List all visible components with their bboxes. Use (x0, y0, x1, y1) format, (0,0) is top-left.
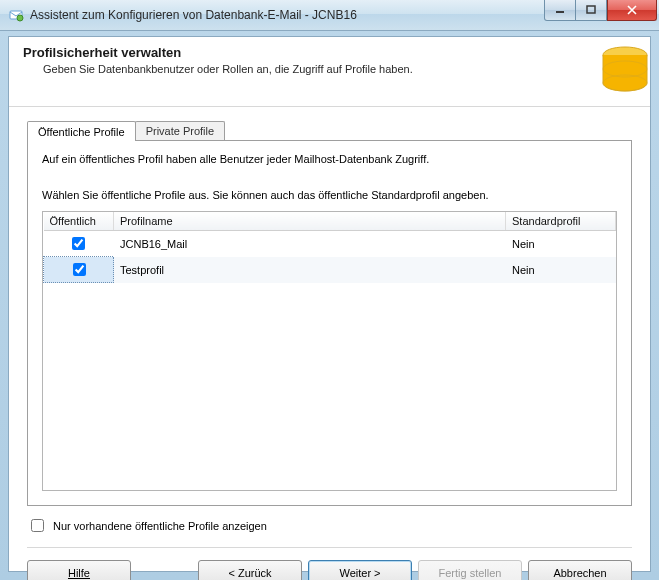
profiles-table: Öffentlich Profilname Standardprofil JCN… (43, 212, 616, 283)
maximize-icon (586, 5, 596, 15)
table-row[interactable]: Testprofil Nein (44, 257, 616, 283)
tab-label: Öffentliche Profile (38, 126, 125, 138)
window-buttons (544, 0, 659, 20)
button-label: Weiter > (339, 567, 380, 579)
back-button[interactable]: < Zurück (198, 560, 302, 580)
close-icon (626, 5, 638, 15)
public-description-2: Wählen Sie öffentliche Profile aus. Sie … (42, 189, 617, 201)
button-bar: Hilfe < Zurück Weiter > Fertig stellen A… (9, 548, 650, 580)
cell-profile-name[interactable]: Testprofil (114, 257, 506, 283)
tab-label: Private Profile (146, 125, 214, 137)
public-description-1: Auf ein öffentliches Profil haben alle B… (42, 153, 617, 165)
tabs-container: Öffentliche Profile Private Profile Auf … (9, 107, 650, 506)
col-default-profile[interactable]: Standardprofil (506, 212, 616, 231)
cell-default-profile[interactable]: Nein (506, 231, 616, 257)
col-profile-name[interactable]: Profilname (114, 212, 506, 231)
button-label: < Zurück (228, 567, 271, 579)
profiles-grid[interactable]: Öffentlich Profilname Standardprofil JCN… (42, 211, 617, 491)
maximize-button[interactable] (576, 0, 607, 21)
cell-public-checkbox (44, 257, 114, 283)
public-checkbox[interactable] (73, 263, 86, 276)
svg-rect-3 (587, 6, 595, 13)
close-button[interactable] (607, 0, 657, 21)
page-subtitle: Geben Sie Datenbankbenutzer oder Rollen … (43, 63, 636, 75)
tab-panel-public: Auf ein öffentliches Profil haben alle B… (27, 140, 632, 506)
minimize-icon (555, 5, 565, 15)
cell-public-checkbox (44, 231, 114, 257)
app-icon (8, 7, 24, 23)
titlebar: Assistent zum Konfigurieren von Datenban… (0, 0, 659, 31)
tab-public-profiles[interactable]: Öffentliche Profile (27, 121, 136, 141)
tab-private-profiles[interactable]: Private Profile (135, 121, 225, 140)
page-title: Profilsicherheit verwalten (23, 45, 636, 60)
cancel-button[interactable]: Abbrechen (528, 560, 632, 580)
window-title: Assistent zum Konfigurieren von Datenban… (30, 8, 357, 22)
wizard-client: Profilsicherheit verwalten Geben Sie Dat… (8, 36, 651, 572)
button-label: Hilfe (68, 567, 90, 579)
cell-default-profile[interactable]: Nein (506, 257, 616, 283)
button-label: Fertig stellen (439, 567, 502, 579)
database-icon (580, 37, 650, 107)
public-checkbox[interactable] (72, 237, 85, 250)
svg-rect-2 (556, 11, 564, 13)
minimize-button[interactable] (544, 0, 576, 21)
button-label: Abbrechen (553, 567, 606, 579)
filter-existing-checkbox[interactable] (31, 519, 44, 532)
finish-button: Fertig stellen (418, 560, 522, 580)
cell-profile-name[interactable]: JCNB16_Mail (114, 231, 506, 257)
tabstrip: Öffentliche Profile Private Profile (27, 119, 632, 140)
filter-existing-label: Nur vorhandene öffentliche Profile anzei… (53, 520, 267, 532)
table-row[interactable]: JCNB16_Mail Nein (44, 231, 616, 257)
help-button[interactable]: Hilfe (27, 560, 131, 580)
next-button[interactable]: Weiter > (308, 560, 412, 580)
svg-point-1 (17, 15, 23, 21)
col-public[interactable]: Öffentlich (44, 212, 114, 231)
filter-row: Nur vorhandene öffentliche Profile anzei… (9, 506, 650, 541)
wizard-header: Profilsicherheit verwalten Geben Sie Dat… (9, 37, 650, 107)
